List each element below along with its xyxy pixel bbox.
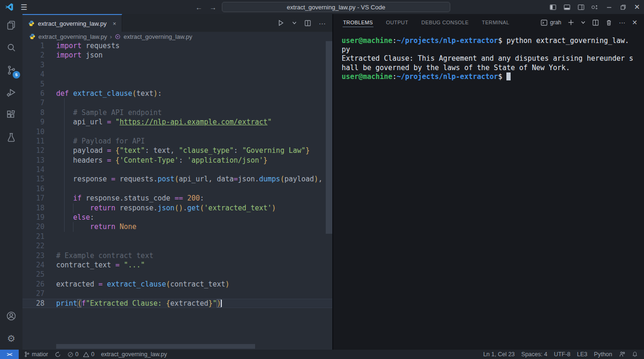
panel-tab-debug-console[interactable]: DEBUG CONSOLE [421,14,469,30]
code-line[interactable]: 24contract_text = "..." [22,260,332,270]
new-terminal-icon[interactable] [568,19,574,26]
search-icon[interactable] [0,36,22,59]
panel-more-actions-icon[interactable]: ··· [619,19,625,26]
panel-tab-troblems[interactable]: TROBLEMS [343,14,373,30]
restore-icon[interactable] [616,0,630,14]
encoding[interactable]: UTF-8 [550,351,573,358]
kill-terminal-icon[interactable] [606,19,612,26]
error-count: 0 [75,351,79,358]
panel-tab-output[interactable]: OUTPUT [386,14,409,30]
code-line[interactable]: 28print(f"Extracted Clause: {extracted}"… [22,299,332,308]
line-number: 12 [22,146,56,155]
line-number: 19 [22,213,56,222]
code-line[interactable]: 1import requests [22,41,332,50]
menu-icon[interactable]: ☰ [21,3,27,12]
line-number: 4 [22,70,56,79]
git-branch[interactable]: matior [21,351,51,358]
customize-layout-icon[interactable] [588,0,602,14]
toggle-primary-sidebar-icon[interactable] [546,0,560,14]
line-number: 7 [22,98,56,108]
code-line[interactable]: 16 [22,184,332,194]
branch-label: matior [32,351,48,358]
close-icon[interactable]: ✕ [630,0,644,14]
notifications-bell-icon[interactable] [629,351,641,358]
code-line[interactable]: 25 [22,270,332,279]
warnings-icon [83,352,89,358]
account-icon[interactable] [0,305,22,327]
split-editor-icon[interactable] [304,20,311,27]
terminal-cursor [506,72,511,80]
toggle-panel-icon[interactable] [560,0,574,14]
run-button[interactable] [277,19,285,27]
run-debug-icon[interactable] [0,81,22,104]
source-control-icon[interactable]: 5 [0,59,22,81]
line-number: 23 [22,251,56,260]
minimize-icon[interactable] [602,0,616,14]
code-line[interactable]: 21 [22,232,332,241]
code-line[interactable]: 4 [22,70,332,79]
line-number: 27 [22,289,56,298]
code-line[interactable]: 3 [22,60,332,70]
settings-gear-icon[interactable]: ⚙ [0,327,22,350]
tab-extract-governing-law[interactable]: extract_governing_law.py × [22,14,122,32]
problems-summary[interactable]: 0 0 [64,351,98,358]
code-line[interactable]: 6def extract_clause(text): [22,89,332,98]
cursor-position[interactable]: Ln 1, Cel 23 [480,351,518,358]
breadcrumb-file[interactable]: extract_governing_law.py [38,33,107,40]
activity-bar: 5 ⚙ [0,14,22,350]
line-number: 25 [22,270,56,279]
eol-sequence[interactable]: LE3 [574,351,591,358]
toggle-secondary-sidebar-icon[interactable] [574,0,588,14]
back-icon[interactable]: ← [194,3,204,11]
tab-close-icon[interactable]: × [113,20,117,27]
code-line[interactable]: 20 return None [22,222,332,231]
feedback-icon[interactable] [615,351,629,358]
panel-tab-terminal[interactable]: TERMINAL [482,14,510,30]
code-line[interactable]: 7 [22,98,332,108]
breadcrumb-separator: › [110,33,112,40]
testing-icon[interactable] [0,126,22,149]
code-line[interactable]: 22 [22,241,332,251]
panel-header: TROBLEMSOUTPUTDEBUG CONSOLETERMINAL grah [333,14,644,31]
extensions-icon[interactable] [0,104,22,126]
breadcrumb-symbol[interactable]: extract_governing_law.py [124,33,192,40]
code-line[interactable]: 5 [22,79,332,89]
code-line[interactable]: 23# Example contract text [22,251,332,260]
code-line[interactable]: 19 else: [22,213,332,222]
horizontal-scrollbar[interactable] [56,344,255,349]
code-line[interactable]: 14 [22,165,332,174]
vertical-scrollbar[interactable] [326,41,332,234]
code-line[interactable]: 8 # Sample API endpoint [22,108,332,117]
close-panel-icon[interactable]: ✕ [632,19,637,26]
code-line[interactable]: 12 payload = {"text": text, "clause_type… [22,146,332,155]
explorer-icon[interactable] [0,14,22,36]
command-center[interactable]: extract_governing_law.py - VS Code [222,2,450,12]
code-line[interactable]: 18 return response.json().get('extracted… [22,203,332,213]
code-line[interactable]: 2import json [22,50,332,60]
forward-icon[interactable]: → [208,3,218,11]
terminal-profile[interactable]: grah [541,19,561,26]
code-line[interactable]: 11 # Payload for API [22,136,332,146]
code-line[interactable]: 17 if response.status_code == 200: [22,194,332,203]
language-mode[interactable]: Python [591,351,615,358]
run-dropdown-icon[interactable] [292,21,297,25]
line-number: 24 [22,260,56,270]
line-number: 13 [22,156,56,165]
code-line[interactable]: 9 api_url = "https://nlp-api.example.com… [22,117,332,127]
window-title: extract_governing_law.py - VS Code [287,4,385,11]
sync-button[interactable] [51,352,64,358]
terminal-line: hall be governed by the laws of the Stat… [342,64,644,72]
indentation[interactable]: Spaces: 4 [518,351,551,358]
terminal-output[interactable]: user@machine:~/projects/nlp-extractor$ p… [333,31,644,81]
split-terminal-icon[interactable] [592,19,599,26]
sync-icon [55,352,61,358]
remote-indicator[interactable]: >< [0,350,19,359]
code-line[interactable]: 15 response = requests.post(api_url, dat… [22,174,332,184]
code-line[interactable]: 27 [22,289,332,298]
more-actions-icon[interactable]: ··· [319,19,326,27]
code-line[interactable]: 13 headers = {'Content-Type': 'applicati… [22,156,332,165]
code-line[interactable]: 10 [22,127,332,136]
code-area[interactable]: 1import requests2import json3456def extr… [22,41,332,350]
code-line[interactable]: 26extracted = extract_clause(contract_te… [22,280,332,289]
terminal-dropdown-icon[interactable] [581,20,585,25]
